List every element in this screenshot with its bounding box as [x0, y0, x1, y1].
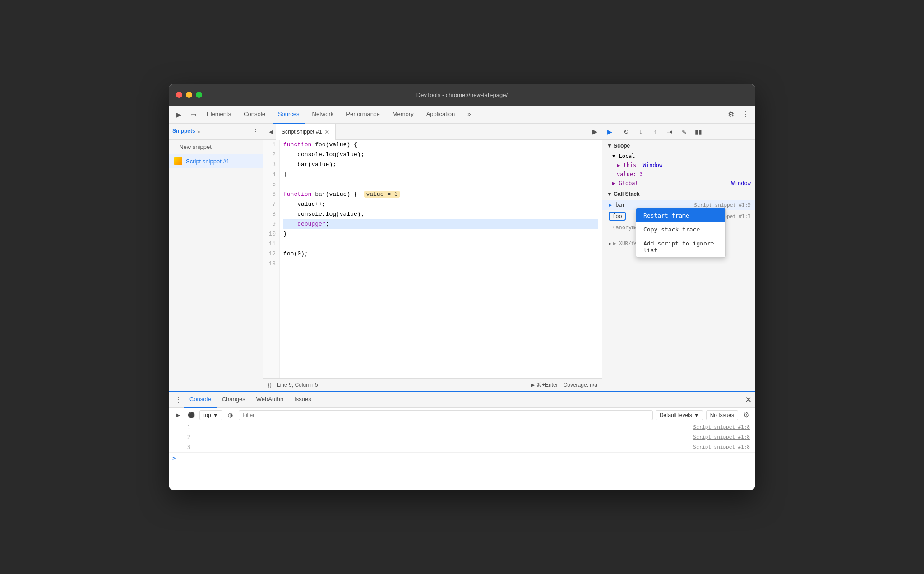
restart-frame-menu-item[interactable]: Restart frame	[636, 208, 725, 222]
block-icon[interactable]: ⚫	[186, 410, 197, 421]
this-val: Window	[643, 162, 662, 168]
code-line-8: console.log(value);	[283, 209, 598, 219]
scope-this[interactable]: ▶ this: Window	[602, 161, 755, 170]
tab-issues[interactable]: Issues	[289, 392, 317, 408]
title-bar: DevTools - chrome://new-tab-page/	[169, 84, 755, 106]
console-prompt: >	[169, 452, 755, 463]
console-prompt-input[interactable]	[180, 455, 752, 461]
console-loc-3[interactable]: Script snippet #1:8	[693, 444, 755, 450]
bar-fn-label: bar	[615, 202, 625, 208]
coverage-status: Coverage: n/a	[564, 382, 597, 388]
close-bottom-panel-icon[interactable]: ✕	[745, 395, 752, 405]
foo-wrapper: foo Restart frame Copy stack trace Add s…	[609, 212, 626, 221]
run-button[interactable]: ▶ ⌘+Enter	[531, 382, 558, 388]
console-tabs: ⋮ Console Changes WebAuthn Issues ✕	[169, 392, 755, 408]
editor-tab-snippet[interactable]: Script snippet #1 ✕	[276, 124, 336, 140]
value-val: 3	[640, 171, 643, 177]
tab-memory[interactable]: Memory	[387, 106, 419, 124]
console-line-1: 1 Script snippet #1:8	[169, 422, 755, 432]
filter-input[interactable]	[239, 410, 653, 420]
scope-label: ▼ Scope	[607, 143, 630, 149]
tab-console-bottom[interactable]: Console	[184, 392, 217, 408]
top-chevron-icon: ▼	[213, 412, 218, 418]
eye-icon[interactable]: ◑	[225, 410, 236, 421]
inspect-icon[interactable]: ▶	[172, 108, 185, 121]
tab-elements[interactable]: Elements	[201, 106, 236, 124]
code-line-2: console.log(value);	[283, 150, 598, 160]
deactivate-breakpoints-icon[interactable]: ✎	[678, 126, 690, 138]
left-sidebar: Snippets » ⋮ + New snippet Script snippe…	[169, 124, 263, 391]
this-key: ▶ this:	[617, 162, 643, 168]
console-more-icon[interactable]: ⋮	[172, 394, 184, 406]
top-dropdown[interactable]: top ▼	[199, 410, 222, 420]
run-icon: ▶	[531, 382, 535, 388]
maximize-button[interactable]	[196, 92, 202, 98]
step-over-button[interactable]: ↻	[620, 126, 632, 138]
tab-webauthn[interactable]: WebAuthn	[251, 392, 289, 408]
scope-global[interactable]: ▶ Global Window	[602, 179, 755, 188]
run-snippet-icon[interactable]: ▶	[589, 126, 600, 137]
clear-console-icon[interactable]: ▶	[172, 410, 183, 421]
prompt-arrow: >	[172, 454, 176, 462]
tab-sources[interactable]: Sources	[273, 106, 305, 124]
console-settings-icon[interactable]: ⚙	[741, 410, 752, 421]
default-levels-dropdown[interactable]: Default levels ▼	[656, 410, 703, 420]
snippets-tab-label[interactable]: Snippets	[172, 124, 195, 139]
code-line-5	[283, 180, 598, 190]
step-button[interactable]: ⇥	[664, 126, 675, 138]
code-content: function foo(value) { console.log(value)…	[280, 140, 602, 378]
sidebar-chevron[interactable]: »	[197, 129, 200, 135]
call-stack-foo[interactable]: foo Restart frame Copy stack trace Add s…	[602, 210, 755, 222]
console-output: 1 Script snippet #1:8 2 Script snippet #…	[169, 422, 755, 490]
line-numbers: 1 2 3 4 5 6 7 8 9 10 11 12 13	[263, 140, 280, 378]
status-bar: {} Line 9, Column 5 ▶ ⌘+Enter Coverage: …	[263, 378, 602, 391]
code-editor[interactable]: 1 2 3 4 5 6 7 8 9 10 11 12 13	[263, 140, 602, 378]
editor-tab-close-icon[interactable]: ✕	[324, 129, 330, 135]
code-line-6: function bar(value) { value = 3	[283, 190, 598, 199]
minimize-button[interactable]	[186, 92, 192, 98]
snippet-item[interactable]: Script snippet #1	[169, 154, 263, 168]
tab-console[interactable]: Console	[238, 106, 271, 124]
scope-header[interactable]: ▼ Scope	[602, 140, 755, 152]
more-options-icon[interactable]: ⋮	[739, 108, 752, 121]
settings-icon[interactable]: ⚙	[725, 108, 737, 121]
tab-changes[interactable]: Changes	[217, 392, 251, 408]
code-line-4: }	[283, 170, 598, 180]
code-line-11	[283, 239, 598, 249]
console-loc-2[interactable]: Script snippet #1:8	[693, 434, 755, 440]
new-snippet-button[interactable]: + New snippet	[169, 140, 263, 154]
active-arrow-icon: ▶	[609, 202, 612, 208]
format-icon[interactable]: {}	[268, 382, 272, 388]
call-stack-label: ▼ Call Stack	[607, 191, 640, 197]
tab-application[interactable]: Application	[421, 106, 461, 124]
device-icon[interactable]: ▭	[187, 108, 199, 121]
tab-performance[interactable]: Performance	[341, 106, 385, 124]
pause-on-exceptions-icon[interactable]: ▮▮	[693, 126, 704, 138]
devtools-window: DevTools - chrome://new-tab-page/ ▶ ▭ El…	[169, 84, 755, 490]
local-header[interactable]: ▼ Local	[602, 152, 755, 161]
step-out-button[interactable]: ↑	[649, 126, 661, 138]
no-issues-button[interactable]: No Issues	[706, 410, 738, 420]
snippet-name: Script snippet #1	[186, 158, 230, 165]
tab-more[interactable]: »	[462, 106, 476, 124]
global-label: ▶ Global	[612, 180, 638, 186]
console-loc-1[interactable]: Script snippet #1:8	[693, 424, 755, 430]
global-val: Window	[731, 180, 751, 186]
code-line-10: }	[283, 229, 598, 239]
scope-section: ▼ Scope ▼ Local ▶ this: Window value: 3 …	[602, 140, 755, 188]
window-title: DevTools - chrome://new-tab-page/	[416, 92, 508, 98]
navigator-icon[interactable]: ◀	[265, 126, 276, 137]
add-to-ignore-list-menu-item[interactable]: Add script to ignore list	[636, 236, 725, 257]
main-area: Snippets » ⋮ + New snippet Script snippe…	[169, 124, 755, 391]
sidebar-more-icon[interactable]: ⋮	[252, 127, 259, 136]
step-into-button[interactable]: ↓	[635, 126, 647, 138]
traffic-lights	[176, 92, 202, 98]
call-stack-section: ▼ Call Stack ▶ bar Script snippet #1:9 f…	[602, 188, 755, 239]
resume-button[interactable]: ▶│	[606, 126, 618, 138]
copy-stack-trace-menu-item[interactable]: Copy stack trace	[636, 222, 725, 236]
call-stack-header[interactable]: ▼ Call Stack	[602, 188, 755, 200]
console-toolbar: ▶ ⚫ top ▼ ◑ Default levels ▼ No Issues ⚙	[169, 408, 755, 422]
close-button[interactable]	[176, 92, 182, 98]
foo-button[interactable]: foo	[609, 212, 626, 221]
tab-network[interactable]: Network	[307, 106, 339, 124]
